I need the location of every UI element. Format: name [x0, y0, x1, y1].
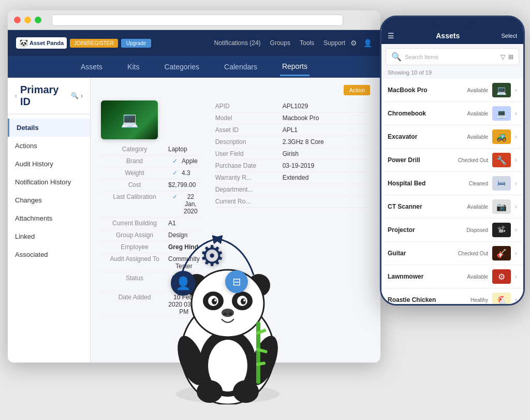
phone-barcode-icon[interactable]: ⊞: [508, 53, 513, 61]
list-item[interactable]: Excavator Available 🚜 ›: [381, 125, 523, 149]
phone-filter-icons: ▽ ⊞: [500, 53, 513, 61]
chevron-right-icon: ›: [515, 250, 517, 257]
nav-reports[interactable]: Reports: [280, 58, 310, 76]
nav-kits[interactable]: Kits: [125, 59, 141, 75]
chevron-right-icon: ›: [515, 296, 517, 303]
header-nav: Notifications (24) Groups Tools Support: [214, 39, 345, 47]
list-item[interactable]: CT Scanner Available 📷 ›: [381, 195, 523, 219]
field-row: Department...: [215, 184, 370, 196]
sidebar-item-details[interactable]: Details: [8, 119, 90, 137]
phone-filter-icon[interactable]: ▽: [500, 53, 505, 61]
user-icon[interactable]: 👤: [363, 39, 372, 47]
list-item-image: 🚜: [492, 129, 511, 144]
sidebar-item-actions[interactable]: Actions: [8, 137, 90, 155]
sidebar-item-notification-history[interactable]: Notification History: [8, 173, 90, 191]
field-row: Model Macbook Pro: [215, 112, 370, 124]
tools-link[interactable]: Tools: [300, 39, 314, 47]
nav-categories[interactable]: Categories: [162, 59, 201, 75]
chevron-right-icon: ›: [515, 156, 517, 164]
field-row: Weight ✓ 4.3: [101, 167, 200, 179]
chevron-right-icon: ›: [515, 226, 517, 234]
back-arrow-icon[interactable]: ‹: [15, 92, 17, 99]
phone-search-input[interactable]: Search Items: [405, 54, 497, 60]
forward-arrow-icon[interactable]: ›: [81, 92, 83, 99]
sidebar-item-audit-history[interactable]: Audit History: [8, 155, 90, 173]
field-row: Current Ro...: [215, 196, 370, 208]
nav-bar: Assets Kits Categories Calendars Reports: [8, 56, 380, 78]
field-row: Purchase Date 03-19-2019: [215, 160, 370, 172]
url-bar[interactable]: [52, 15, 343, 26]
list-item-image: 🔧: [492, 153, 511, 167]
sidebar: ‹ Primary ID 🔍 › Details Actions Audit H…: [8, 78, 91, 363]
nav-assets[interactable]: Assets: [79, 59, 105, 75]
phone-notch: [432, 17, 473, 27]
phone-search-icon: 🔍: [391, 52, 402, 62]
svg-point-14: [243, 299, 245, 301]
list-item[interactable]: Lawnmower Available ⚙ ›: [381, 265, 523, 288]
logo: 🐼 Asset Panda: [16, 37, 67, 49]
list-item[interactable]: Power Drill Checked Out 🔧 ›: [381, 149, 523, 172]
sidebar-item-attachments[interactable]: Attachments: [8, 209, 90, 227]
chevron-right-icon: ›: [515, 86, 517, 94]
phone-select-button[interactable]: Select: [501, 33, 517, 39]
field-row: Brand ✓ Apple: [101, 155, 200, 167]
upgrade-button[interactable]: Upgrade: [121, 39, 151, 48]
list-item-image: 🎸: [492, 246, 511, 260]
svg-point-12: [241, 298, 246, 305]
action-button[interactable]: Action: [344, 85, 370, 95]
list-item[interactable]: Projector Disposed 📽 ›: [381, 219, 523, 242]
notifications-link[interactable]: Notifications (24): [214, 39, 261, 47]
phone-header-title: Assets: [394, 32, 501, 40]
chevron-right-icon: ›: [515, 110, 517, 117]
list-item-image: ⚙: [492, 269, 511, 284]
list-item[interactable]: Guitar Checked Out 🎸 ›: [381, 242, 523, 265]
sidebar-menu: Details Actions Audit History Notificati…: [8, 114, 90, 268]
chevron-right-icon: ›: [515, 203, 517, 210]
asset-image: 💻: [101, 100, 158, 139]
page-title: Primary ID: [20, 84, 68, 108]
phone-search-bar[interactable]: 🔍 Search Items ▽ ⊞: [386, 48, 519, 65]
list-item[interactable]: Chromebook Available 💻 ›: [381, 102, 523, 125]
floating-settings-icon: ⊟: [225, 270, 248, 293]
logo-area: 🐼 Asset Panda JOIN/REGISTER Upgrade: [16, 37, 151, 49]
close-button[interactable]: [14, 17, 21, 23]
settings-icon[interactable]: ⚙: [350, 39, 357, 47]
list-item-image: 📷: [492, 199, 511, 214]
header-icons: ⚙ 👤: [350, 39, 372, 47]
field-row: Asset ID APL1: [215, 124, 370, 136]
svg-point-11: [212, 298, 217, 305]
join-button[interactable]: JOIN/REGISTER: [70, 39, 118, 48]
support-link[interactable]: Support: [323, 39, 345, 47]
field-row: Cost $2,799.00: [101, 179, 200, 191]
sidebar-item-changes[interactable]: Changes: [8, 191, 90, 209]
list-item-image: 💻: [492, 83, 511, 97]
logo-text: Asset Panda: [30, 40, 64, 46]
list-item-image: 💻: [492, 106, 511, 121]
groups-link[interactable]: Groups: [270, 39, 290, 47]
list-item[interactable]: Hospital Bed Cleaned 🛏 ›: [381, 172, 523, 195]
field-row: APID APL1029: [215, 100, 370, 112]
floating-gear-icon: ⚙: [199, 239, 225, 272]
svg-point-21: [233, 380, 259, 403]
list-item[interactable]: MacBook Pro Available 💻 ›: [381, 79, 523, 102]
list-item-image: 📽: [492, 223, 511, 237]
maximize-button[interactable]: [35, 17, 41, 23]
list-item[interactable]: Roastie Chicken Healthy 🐔 ›: [381, 288, 523, 306]
minimize-button[interactable]: [24, 17, 31, 23]
phone-menu-icon[interactable]: ☰: [388, 32, 394, 40]
mobile-phone: ☰ Assets Select 🔍 Search Items ▽ ⊞ Showi…: [380, 16, 525, 306]
page-title-bar: ‹ Primary ID 🔍 ›: [8, 78, 90, 114]
svg-point-17: [229, 313, 232, 315]
list-item-image: 🐔: [492, 293, 511, 306]
field-row: User Field Girish: [215, 148, 370, 160]
sidebar-item-linked[interactable]: Linked: [8, 227, 90, 245]
svg-point-16: [224, 313, 227, 315]
app-header: 🐼 Asset Panda JOIN/REGISTER Upgrade Noti…: [8, 30, 380, 56]
traffic-lights: [14, 17, 41, 23]
list-item-image: 🛏: [492, 176, 511, 191]
search-icon[interactable]: 🔍: [71, 92, 79, 99]
sidebar-item-associated[interactable]: Associated: [8, 245, 90, 264]
phone-header: ☰ Assets Select: [381, 27, 523, 44]
phone-list: MacBook Pro Available 💻 › Chromebook Ava…: [381, 79, 523, 306]
nav-calendars[interactable]: Calendars: [222, 59, 259, 75]
